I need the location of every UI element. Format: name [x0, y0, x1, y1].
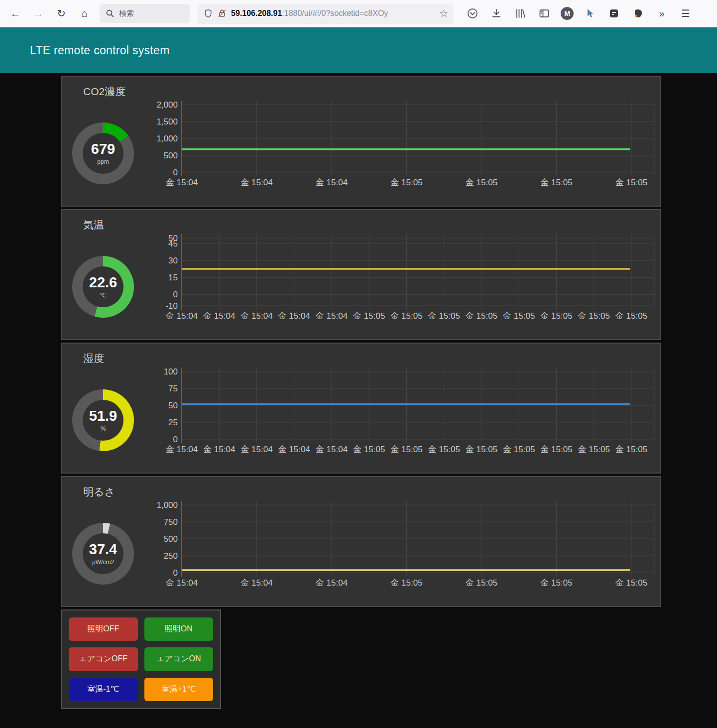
gauge-unit: % [101, 425, 106, 432]
bookmark-star-icon[interactable]: ☆ [439, 7, 448, 19]
search-placeholder: 検索 [119, 9, 134, 18]
svg-text:1,000: 1,000 [156, 500, 178, 510]
svg-text:金 15:05: 金 15:05 [578, 311, 610, 321]
panel-brightness: 明るさ 37.4 μW/cm2 1,0007505002500金 15:04金 … [61, 476, 661, 607]
svg-text:金 15:05: 金 15:05 [540, 178, 572, 187]
svg-text:25: 25 [168, 418, 178, 427]
svg-text:金 15:04: 金 15:04 [240, 578, 272, 588]
gauge-value: 37.4 [89, 542, 117, 557]
svg-text:金 15:04: 金 15:04 [203, 311, 235, 321]
back-icon[interactable]: ← [7, 5, 24, 22]
svg-text:2,000: 2,000 [156, 100, 178, 110]
svg-text:750: 750 [164, 517, 178, 527]
svg-text:金 15:04: 金 15:04 [278, 311, 310, 321]
lock-insecure-icon[interactable] [217, 8, 227, 18]
svg-text:金 15:04: 金 15:04 [240, 178, 272, 187]
svg-text:金 15:05: 金 15:05 [578, 445, 610, 454]
svg-text:金 15:04: 金 15:04 [166, 445, 198, 454]
svg-text:金 15:05: 金 15:05 [540, 445, 572, 454]
svg-text:500: 500 [164, 151, 178, 160]
svg-text:100: 100 [164, 367, 178, 376]
temp-down-button[interactable]: 室温-1℃ [69, 678, 138, 701]
svg-text:金 15:04: 金 15:04 [316, 311, 348, 321]
svg-text:-10: -10 [165, 301, 178, 311]
brightness-gauge: 37.4 μW/cm2 [72, 523, 134, 585]
panel-title: 湿度 [83, 352, 104, 365]
svg-text:75: 75 [168, 384, 178, 393]
overflow-icon[interactable]: » [654, 6, 669, 21]
forward-icon[interactable]: → [30, 5, 47, 22]
sidebar-icon[interactable] [537, 6, 552, 21]
gauge-ring: 37.4 μW/cm2 [72, 523, 134, 585]
svg-text:金 15:05: 金 15:05 [503, 445, 535, 454]
co2-chart: 2,0001,5001,0005000金 15:04金 15:04金 15:04… [149, 98, 657, 188]
home-icon[interactable]: ⌂ [76, 5, 93, 22]
light-on-button[interactable]: 照明ON [144, 617, 214, 641]
browser-toolbar: ← → ↻ ⌂ 検索 59.106.208.91:1880/ui/#!/0?so… [0, 0, 717, 27]
svg-text:金 15:05: 金 15:05 [540, 578, 572, 588]
pocket-icon[interactable] [465, 6, 480, 21]
panel-title: 気温 [83, 218, 104, 232]
svg-text:0: 0 [173, 290, 178, 299]
svg-text:金 15:05: 金 15:05 [390, 445, 422, 454]
svg-text:50: 50 [168, 401, 178, 410]
svg-text:金 15:05: 金 15:05 [428, 445, 460, 454]
svg-text:金 15:05: 金 15:05 [466, 311, 497, 321]
svg-text:金 15:05: 金 15:05 [353, 311, 385, 321]
aircon-off-button[interactable]: エアコンOFF [69, 647, 138, 671]
svg-text:金 15:05: 金 15:05 [428, 311, 460, 321]
m-extension-icon[interactable]: M [561, 7, 574, 20]
svg-text:金 15:05: 金 15:05 [615, 445, 647, 454]
svg-text:金 15:04: 金 15:04 [166, 311, 198, 321]
evernote-icon[interactable] [630, 6, 645, 21]
svg-text:金 15:05: 金 15:05 [503, 311, 535, 321]
gauge-ring: 51.9 % [72, 389, 134, 451]
library-icon[interactable] [513, 6, 528, 21]
svg-text:金 15:04: 金 15:04 [316, 178, 348, 187]
gauge-ring: 22.6 ℃ [72, 256, 134, 318]
svg-text:金 15:04: 金 15:04 [166, 578, 198, 588]
svg-text:金 15:05: 金 15:05 [390, 578, 422, 588]
svg-text:15: 15 [168, 273, 178, 282]
svg-text:30: 30 [168, 256, 178, 265]
gauge-value: 679 [91, 142, 115, 156]
panel-humidity: 湿度 51.9 % 1007550250金 15:04金 15:04金 15:0… [61, 343, 661, 474]
menu-icon[interactable]: ☰ [678, 6, 693, 21]
search-icon [106, 9, 115, 18]
svg-text:金 15:05: 金 15:05 [466, 578, 497, 588]
svg-text:金 15:05: 金 15:05 [615, 311, 647, 321]
svg-text:500: 500 [164, 534, 178, 544]
svg-text:金 15:04: 金 15:04 [316, 445, 348, 454]
svg-text:金 15:04: 金 15:04 [166, 178, 198, 187]
cursor-extension-icon[interactable] [583, 6, 598, 21]
reload-icon[interactable]: ↻ [53, 5, 70, 22]
svg-text:0: 0 [173, 168, 178, 177]
co2-gauge: 679 ppm [72, 122, 134, 184]
light-off-button[interactable]: 照明OFF [69, 617, 138, 641]
gauge-value: 22.6 [89, 275, 117, 290]
url-host: 59.106.208.91 [231, 9, 282, 17]
app-header: LTE remote control system [0, 27, 717, 73]
aircon-on-button[interactable]: エアコンON [144, 647, 214, 671]
svg-text:金 15:04: 金 15:04 [316, 578, 348, 588]
shield-icon[interactable] [203, 8, 213, 18]
svg-text:金 15:04: 金 15:04 [240, 311, 272, 321]
svg-text:金 15:05: 金 15:05 [540, 311, 572, 321]
svg-text:1,000: 1,000 [156, 134, 178, 143]
temp-up-button[interactable]: 室温+1℃ [144, 678, 214, 701]
svg-text:45: 45 [168, 239, 178, 248]
download-icon[interactable] [489, 6, 504, 21]
svg-text:0: 0 [173, 568, 178, 578]
search-input[interactable]: 検索 [100, 4, 190, 23]
svg-text:250: 250 [164, 551, 178, 561]
card-extension-icon[interactable] [606, 6, 621, 21]
panel-co2: CO2濃度 679 ppm 2,0001,5001,0005000金 15:04… [61, 76, 661, 207]
panel-title: 明るさ [83, 485, 115, 499]
svg-text:金 15:05: 金 15:05 [466, 445, 497, 454]
svg-text:金 15:05: 金 15:05 [615, 578, 647, 588]
gauge-unit: ppm [97, 158, 109, 165]
url-bar[interactable]: 59.106.208.91:1880/ui/#!/0?socketid=c8XO… [198, 4, 453, 23]
svg-text:1,500: 1,500 [156, 117, 178, 126]
svg-text:金 15:04: 金 15:04 [278, 445, 310, 454]
svg-text:金 15:05: 金 15:05 [353, 445, 385, 454]
